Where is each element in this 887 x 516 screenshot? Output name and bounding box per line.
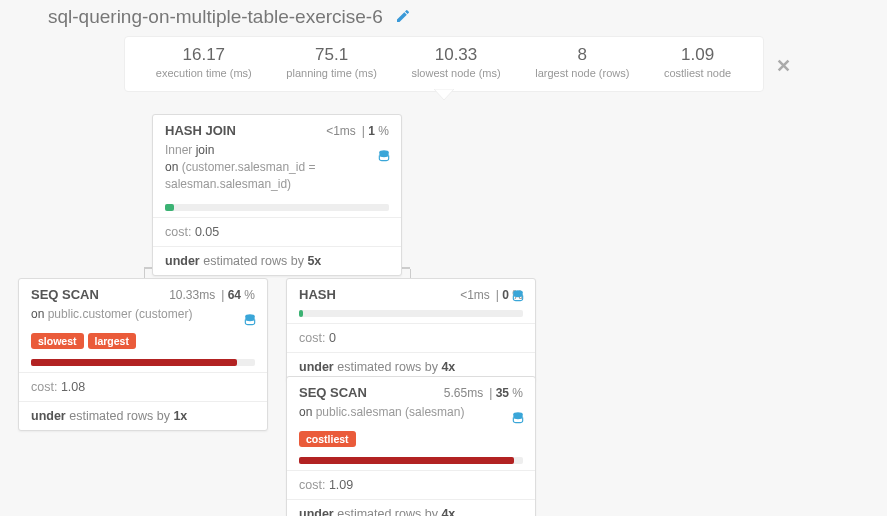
node-time: <1ms bbox=[326, 124, 356, 138]
node-cost: cost: 1.09 bbox=[287, 471, 535, 499]
node-badges: costliest bbox=[287, 429, 535, 453]
bar-fill bbox=[299, 310, 303, 317]
node-bar bbox=[287, 306, 535, 323]
stat-label: costliest node bbox=[664, 67, 731, 79]
node-pct: | 1 % bbox=[362, 124, 389, 138]
bar-fill bbox=[31, 359, 237, 366]
stat-label: largest node (rows) bbox=[535, 67, 629, 79]
node-bar bbox=[287, 453, 535, 470]
database-icon[interactable] bbox=[377, 149, 391, 166]
node-estimate: under estimated rows by 1x bbox=[19, 402, 267, 430]
stat-slowest-node: 10.33 slowest node (ms) bbox=[411, 45, 500, 79]
chevron-down-icon bbox=[434, 89, 454, 101]
node-detail: Inner join on (customer.salesman_id = sa… bbox=[153, 142, 401, 200]
node-bar bbox=[153, 200, 401, 217]
node-title: SEQ SCAN bbox=[299, 385, 444, 400]
plan-node-seq-scan-customer[interactable]: SEQ SCAN 10.33ms | 64 % on public.custom… bbox=[18, 278, 268, 431]
database-icon[interactable] bbox=[511, 289, 525, 306]
stat-label: planning time (ms) bbox=[286, 67, 376, 79]
node-title: HASH bbox=[299, 287, 460, 302]
stat-execution-time: 16.17 execution time (ms) bbox=[156, 45, 252, 79]
stats-bar: 16.17 execution time (ms) 75.1 planning … bbox=[124, 36, 764, 92]
badge-largest: largest bbox=[88, 333, 136, 349]
pencil-icon[interactable] bbox=[395, 8, 411, 27]
node-detail: on public.customer (customer) bbox=[19, 306, 267, 331]
stat-label: slowest node (ms) bbox=[411, 67, 500, 79]
stat-value: 75.1 bbox=[286, 45, 376, 65]
plan-node-hash-join[interactable]: HASH JOIN <1ms | 1 % Inner join on (cust… bbox=[152, 114, 402, 276]
close-icon[interactable]: ✕ bbox=[776, 55, 791, 77]
database-icon[interactable] bbox=[243, 313, 257, 330]
bar-fill bbox=[299, 457, 514, 464]
node-cost: cost: 0 bbox=[287, 324, 535, 352]
database-icon[interactable] bbox=[511, 411, 525, 428]
plan-canvas: HASH JOIN <1ms | 1 % Inner join on (cust… bbox=[0, 108, 887, 516]
stat-planning-time: 75.1 planning time (ms) bbox=[286, 45, 376, 79]
badge-slowest: slowest bbox=[31, 333, 84, 349]
node-estimate: under estimated rows by 4x bbox=[287, 500, 535, 516]
stat-largest-node: 8 largest node (rows) bbox=[535, 45, 629, 79]
node-bar bbox=[19, 355, 267, 372]
node-cost: cost: 0.05 bbox=[153, 218, 401, 246]
node-title: SEQ SCAN bbox=[31, 287, 169, 302]
node-time: <1ms bbox=[460, 288, 490, 302]
node-detail: on public.salesman (salesman) bbox=[287, 404, 535, 429]
node-badges: slowest largest bbox=[19, 331, 267, 355]
stat-costliest-node: 1.09 costliest node bbox=[664, 45, 731, 79]
plan-node-hash[interactable]: HASH <1ms | 0 % cost: 0 under estimated … bbox=[286, 278, 536, 382]
node-time: 5.65ms bbox=[444, 386, 483, 400]
stat-value: 10.33 bbox=[411, 45, 500, 65]
plan-node-seq-scan-salesman[interactable]: SEQ SCAN 5.65ms | 35 % on public.salesma… bbox=[286, 376, 536, 516]
node-estimate: under estimated rows by 5x bbox=[153, 247, 401, 275]
bar-fill bbox=[165, 204, 174, 211]
stat-value: 8 bbox=[535, 45, 629, 65]
stat-value: 1.09 bbox=[664, 45, 731, 65]
page-header: sql-quering-on-multiple-table-exercise-6 bbox=[0, 0, 887, 28]
node-title: HASH JOIN bbox=[165, 123, 326, 138]
node-pct: | 64 % bbox=[221, 288, 255, 302]
page-title: sql-quering-on-multiple-table-exercise-6 bbox=[48, 6, 383, 28]
node-cost: cost: 1.08 bbox=[19, 373, 267, 401]
node-time: 10.33ms bbox=[169, 288, 215, 302]
badge-costliest: costliest bbox=[299, 431, 356, 447]
stat-value: 16.17 bbox=[156, 45, 252, 65]
node-pct: | 35 % bbox=[489, 386, 523, 400]
stat-label: execution time (ms) bbox=[156, 67, 252, 79]
